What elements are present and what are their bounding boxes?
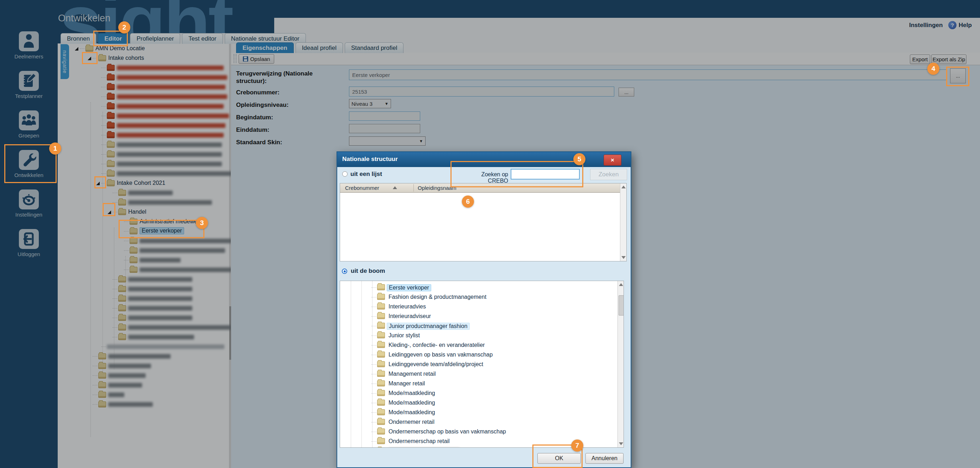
tree-connector bbox=[371, 403, 376, 403]
structure-tree-item[interactable]: Management retail bbox=[340, 370, 624, 379]
annotation-2: 2 bbox=[118, 21, 130, 33]
structure-item-label: Management retail bbox=[388, 371, 436, 377]
structure-tree-item[interactable]: Eerste verkoper bbox=[340, 283, 624, 293]
structure-item-label: Ondernemerschap op basis van vakmanschap bbox=[388, 428, 506, 435]
structure-tree-item[interactable]: Interieuradviseur bbox=[340, 312, 624, 322]
folder-icon bbox=[377, 313, 385, 319]
folder-icon bbox=[377, 342, 385, 348]
search-button-label: Zoeken bbox=[598, 171, 619, 178]
tree-connector bbox=[371, 412, 376, 413]
annotation-box-1 bbox=[4, 144, 57, 183]
annotation-box-3 bbox=[119, 220, 204, 238]
structure-tree-item[interactable]: Junior stylist bbox=[340, 331, 624, 341]
table-scrollbar[interactable] bbox=[620, 183, 627, 261]
folder-icon bbox=[377, 332, 385, 338]
folder-icon bbox=[377, 284, 385, 290]
annotation-box-expander-cohort-2021 bbox=[94, 176, 106, 188]
radio-uit-de-boom[interactable] bbox=[342, 269, 347, 274]
tree-connector bbox=[371, 345, 376, 345]
structure-item-label: Kleding-, confectie- en veranderatelier bbox=[388, 342, 485, 348]
cancel-button[interactable]: Annuleren bbox=[585, 453, 624, 464]
folder-icon bbox=[377, 352, 385, 358]
structure-tree-item[interactable]: Ondernemer retail bbox=[340, 418, 624, 427]
structure-item-label: Leidinggevende team/afdeling/project bbox=[388, 361, 483, 368]
structure-item-label: Mode/maatkleding bbox=[388, 390, 435, 396]
tree-connector bbox=[371, 441, 376, 442]
folder-icon bbox=[377, 361, 385, 367]
tree-connector bbox=[371, 365, 376, 365]
close-icon: × bbox=[611, 157, 614, 164]
column-divider[interactable] bbox=[414, 184, 414, 192]
sort-asc-icon bbox=[393, 186, 397, 189]
structure-item-label: Ondernemer retail bbox=[388, 419, 434, 425]
tree-connector bbox=[371, 336, 376, 336]
folder-icon bbox=[377, 428, 385, 435]
structure-tree-item[interactable]: Fashion design & productmanagement bbox=[340, 293, 624, 302]
column-crebonummer[interactable]: Crebonummer bbox=[345, 185, 379, 191]
folder-icon bbox=[377, 304, 385, 309]
structure-item-label: Fashion design & productmanagement bbox=[388, 294, 487, 300]
crebo-results-table: Crebonummer Opleidingsnaam bbox=[340, 183, 627, 261]
structure-item-label: Mode/maatkleding bbox=[388, 409, 435, 415]
structure-tree-item[interactable]: Manager retail bbox=[340, 379, 624, 389]
annotation-box-expander-intake-cohorts bbox=[82, 52, 97, 64]
structure-item-label: Interieuradviseur bbox=[388, 313, 431, 320]
app-root: insight insight Ontwikkelen Opslaan Expo… bbox=[0, 0, 980, 468]
structure-item-label: Interieuradvies bbox=[388, 304, 426, 310]
folder-icon bbox=[377, 390, 385, 396]
tree-connector bbox=[371, 355, 376, 355]
nationale-structuur-dialog: Nationale structuur × uit een lijst Zoek… bbox=[337, 151, 632, 468]
tree-connector bbox=[371, 374, 376, 374]
annotation-3: 3 bbox=[196, 217, 208, 229]
folder-icon bbox=[377, 409, 385, 415]
tree-connector bbox=[371, 393, 376, 393]
cancel-button-label: Annuleren bbox=[592, 455, 617, 462]
structure-tree-item[interactable]: Ondernemerschap op basis van vakmanschap bbox=[340, 427, 624, 437]
structure-tree-item[interactable]: Mode/maatkleding bbox=[340, 398, 624, 408]
annotation-box-5 bbox=[450, 161, 583, 187]
annotation-7: 7 bbox=[571, 439, 583, 452]
structure-tree-list: Eerste verkoperFashion design & productm… bbox=[340, 281, 624, 448]
folder-icon bbox=[377, 371, 385, 377]
structure-item-label: Ondernemerschap retail bbox=[388, 438, 450, 444]
scroll-down-icon[interactable] bbox=[621, 256, 626, 259]
structure-item-label: Manager retail bbox=[388, 380, 425, 387]
tree-connector bbox=[371, 384, 376, 384]
structure-tree-item[interactable]: Junior productmanager fashion bbox=[340, 322, 624, 331]
radio-uit-een-lijst-label: uit een lijst bbox=[350, 170, 382, 178]
structure-tree-item[interactable]: Leidinggevende team/afdeling/project bbox=[340, 360, 624, 370]
tree-connector bbox=[371, 422, 376, 422]
close-button[interactable]: × bbox=[604, 154, 621, 166]
structure-tree-item[interactable]: Kleding-, confectie- en veranderatelier bbox=[340, 341, 624, 350]
structure-tree-item[interactable]: Mode/maatkleding bbox=[340, 408, 624, 418]
structure-tree-item[interactable]: Leidinggeven op basis van vakmanschap bbox=[340, 350, 624, 360]
scroll-up-icon[interactable] bbox=[621, 186, 626, 188]
annotation-4: 4 bbox=[927, 63, 939, 75]
structure-item-label: Junior stylist bbox=[388, 332, 420, 339]
folder-icon bbox=[377, 380, 385, 387]
folder-icon bbox=[377, 294, 385, 300]
search-button[interactable]: Zoeken bbox=[590, 169, 627, 180]
tree-connector bbox=[371, 316, 376, 317]
folder-icon bbox=[377, 400, 385, 406]
tree-connector bbox=[371, 297, 376, 298]
annotation-box-expander-handel bbox=[103, 203, 115, 216]
tree-connector bbox=[371, 287, 376, 288]
radio-uit-een-lijst[interactable] bbox=[342, 171, 348, 177]
structure-item-label: Eerste verkoper bbox=[387, 284, 431, 291]
structure-item-label: Leidinggeven op basis van vakmanschap bbox=[388, 352, 493, 358]
folder-icon bbox=[377, 419, 385, 425]
annotation-1: 1 bbox=[49, 142, 61, 154]
structure-item-label: Mode/maatkleding bbox=[388, 400, 435, 406]
annotation-6: 6 bbox=[462, 196, 474, 208]
folder-icon bbox=[377, 323, 385, 329]
folder-icon bbox=[377, 438, 385, 444]
radio-uit-de-boom-label: uit de boom bbox=[351, 267, 385, 275]
dialog-title: Nationale structuur bbox=[342, 156, 398, 163]
annotation-5: 5 bbox=[573, 153, 585, 165]
annotation-box-4 bbox=[946, 67, 969, 86]
tree-connector bbox=[371, 307, 376, 307]
structure-item-label: Junior productmanager fashion bbox=[387, 323, 470, 330]
structure-tree-item[interactable]: Interieuradvies bbox=[340, 302, 624, 312]
structure-tree-item[interactable]: Mode/maatkleding bbox=[340, 389, 624, 398]
